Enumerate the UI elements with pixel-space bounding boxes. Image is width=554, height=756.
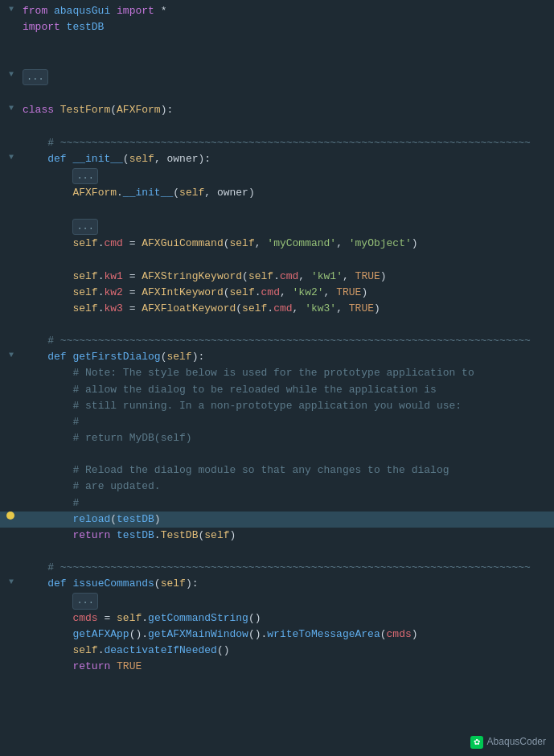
token: . [273, 270, 280, 282]
token: 'myObject' [349, 237, 412, 249]
fold-icon: ▼ [9, 349, 14, 362]
token: AFXStringKeyword [142, 270, 242, 282]
token: self [117, 612, 142, 624]
gutter-cell: ▼ [0, 349, 23, 362]
code-content: class TestForm(AFXForm): [23, 102, 554, 118]
watermark-text: AbaqusCoder [487, 734, 546, 750]
code-line: # ~~~~~~~~~~~~~~~~~~~~~~~~~~~~~~~~~~~~~~… [0, 333, 554, 349]
token: = [123, 286, 142, 298]
token: def [47, 351, 72, 363]
code-content: self.kw2 = AFXIntKeyword(self.cmd, 'kw2'… [23, 285, 554, 301]
code-content [23, 202, 554, 218]
token: self [166, 351, 191, 363]
token: def [47, 153, 72, 165]
code-content [23, 86, 554, 102]
token: AFXForm [117, 104, 161, 116]
token: ) [154, 513, 161, 525]
code-line [0, 86, 554, 102]
token: cmd [104, 237, 122, 249]
token: return [72, 660, 117, 672]
code-content: # ~~~~~~~~~~~~~~~~~~~~~~~~~~~~~~~~~~~~~~… [23, 333, 554, 349]
code-content: ... [23, 592, 554, 610]
token: self [242, 302, 267, 314]
code-line: cmds = self.getCommandString() [0, 610, 554, 627]
token: ( [224, 286, 230, 298]
watermark: ✿ AbaqusCoder [470, 734, 546, 750]
code-editor: ▼from abaqusGui import *import testDB ▼.… [0, 0, 554, 756]
token: kw2 [104, 286, 122, 298]
token: 'myCommand' [267, 237, 336, 249]
code-content: # Note: The style below is used for the … [23, 365, 554, 381]
token: return [72, 529, 117, 541]
code-line [0, 118, 554, 134]
lightbulb-icon [6, 512, 14, 520]
token: testDB [67, 21, 105, 33]
token: # Note: The style below is used for the … [72, 367, 474, 379]
token: getCommandString [148, 612, 248, 624]
code-line: # [0, 495, 554, 512]
token: testDB [117, 529, 154, 541]
fold-icon: ▼ [9, 102, 14, 115]
code-line: self.kw1 = AFXStringKeyword(self.cmd, 'k… [0, 269, 554, 285]
token: * [154, 5, 167, 17]
token: AFXForm [72, 187, 117, 199]
ellipsis-token: ... [72, 219, 98, 236]
token: , owner) [204, 187, 254, 199]
token: , [336, 302, 349, 314]
token: ( [224, 237, 230, 249]
code-content: ... [23, 167, 554, 186]
token: ) [230, 529, 236, 541]
token: kw1 [104, 270, 122, 282]
token: , [343, 270, 355, 282]
code-content: # [23, 414, 554, 430]
fold-icon: ▼ [9, 68, 14, 81]
token: 'kw3' [305, 302, 336, 314]
code-line: reload(testDB) [0, 512, 554, 528]
code-line: ▼ def issueCommands(self): [0, 576, 554, 592]
token: , [336, 237, 349, 249]
ellipsis-token: ... [23, 69, 48, 86]
token: () [248, 612, 261, 624]
code-content: def getFirstDialog(self): [23, 349, 554, 365]
code-content: # ~~~~~~~~~~~~~~~~~~~~~~~~~~~~~~~~~~~~~~… [23, 135, 554, 151]
code-line: self.cmd = AFXGuiCommand(self, 'myComman… [0, 236, 554, 252]
token: ) [361, 286, 367, 298]
ellipsis-token: ... [72, 593, 98, 610]
token: abaqusGui [54, 5, 110, 17]
token: ( [123, 153, 129, 165]
token: ) [380, 270, 387, 282]
token: import [110, 5, 154, 17]
token: ( [380, 628, 387, 640]
token: cmds [72, 612, 97, 624]
code-content: reload(testDB) [23, 512, 554, 528]
token: import [23, 21, 67, 33]
gutter-cell [0, 512, 23, 520]
code-line: import testDB [0, 19, 554, 35]
token: class [23, 104, 60, 116]
code-line: # ~~~~~~~~~~~~~~~~~~~~~~~~~~~~~~~~~~~~~~… [0, 135, 554, 151]
token: def [47, 577, 72, 590]
code-content: def issueCommands(self): [23, 576, 554, 592]
token: issueCommands [72, 577, 154, 590]
code-line [0, 544, 554, 560]
token: self [161, 577, 186, 590]
code-content [23, 35, 554, 51]
code-content: AFXForm.__init__(self, owner) [23, 185, 554, 201]
token: , [293, 302, 306, 314]
gutter-cell: ▼ [0, 151, 23, 164]
code-content: # return MyDB(self) [23, 430, 554, 446]
token: __init__ [72, 153, 122, 165]
code-content: ... [23, 68, 554, 87]
token: # [72, 416, 79, 428]
token: writeToMessageArea [267, 628, 380, 640]
token: = [123, 302, 142, 314]
code-line: self.deactivateIfNeeded() [0, 643, 554, 659]
token: ) [374, 302, 380, 314]
code-line: ▼from abaqusGui import * [0, 3, 554, 19]
code-line: # Note: The style below is used for the … [0, 365, 554, 381]
watermark-icon: ✿ [470, 736, 483, 749]
code-line: # Reload the dialog module so that any c… [0, 462, 554, 479]
token: TestForm [60, 104, 110, 116]
ellipsis-token: ... [72, 168, 98, 185]
token: self [129, 153, 154, 165]
